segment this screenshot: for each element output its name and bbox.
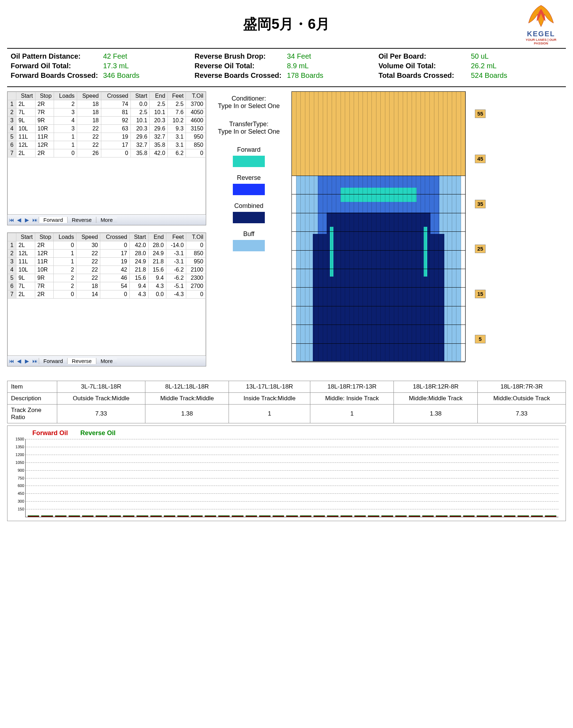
legend-combined-label: Combined xyxy=(213,202,284,210)
bar-forward xyxy=(286,516,298,517)
bar-forward xyxy=(55,516,66,517)
bar-slot xyxy=(164,515,175,517)
nav-last-icon[interactable]: ⏭ xyxy=(31,358,39,364)
title-divider xyxy=(7,48,566,49)
nav-next-icon[interactable]: ▶ xyxy=(23,217,31,223)
y-tick: 450 xyxy=(11,491,24,496)
grid-header xyxy=(8,92,16,100)
bar-forward xyxy=(150,516,162,517)
grid-header: Start xyxy=(16,233,35,241)
bar-slot xyxy=(436,515,447,517)
reverse-grid: StartStopLoadsSpeedCrossedStartEndFeetT.… xyxy=(7,232,206,366)
table-row: 12L2R218740.02.52.53700 xyxy=(8,100,206,108)
bar-forward xyxy=(327,516,338,517)
bar-forward xyxy=(368,516,379,517)
grid-header: T.Oil xyxy=(186,233,205,241)
table-row: 59L9R2224615.69.4-6.22300 xyxy=(8,274,206,282)
grid-header: Start xyxy=(16,92,36,100)
conditioner-label: Conditioner: xyxy=(213,95,284,102)
nav-first-icon[interactable]: ⏮ xyxy=(7,358,15,364)
bar-slot xyxy=(518,515,529,517)
grid-header: Start xyxy=(129,233,148,241)
summary-label: Total Boards Crossed: xyxy=(379,71,471,80)
table-row: 12L2R030042.028.0-14.00 xyxy=(8,241,206,250)
bar-slot xyxy=(232,515,243,517)
bar-forward xyxy=(300,516,311,517)
bar-forward xyxy=(123,516,134,517)
y-tick: 900 xyxy=(11,468,24,472)
bar-forward xyxy=(136,516,148,517)
table-row: 511L11R1221929.632.73.1950 xyxy=(8,133,206,141)
summary-value: 8.9 mL xyxy=(287,62,309,70)
kegel-logo: KEGEL YOUR LANES | OUR PASSION xyxy=(520,4,562,39)
grid-header: Loads xyxy=(54,233,76,241)
bar-slot xyxy=(191,515,202,517)
bar-slot xyxy=(123,515,134,517)
table-row: Track Zone Ratio7.331.38111.387.33 xyxy=(7,405,566,423)
bar-slot xyxy=(55,515,66,517)
tab-reverse[interactable]: Reverse xyxy=(67,217,96,223)
bar-slot xyxy=(136,515,148,517)
ratio-table: Item3L-7L:18L-18R8L-12L:18L-18R13L-17L:1… xyxy=(7,381,566,423)
bar-forward xyxy=(28,516,39,517)
bar-forward xyxy=(259,516,271,517)
transfer-hint[interactable]: Type In or Select One xyxy=(213,128,284,135)
bar-slot xyxy=(41,515,53,517)
nav-last-icon[interactable]: ⏭ xyxy=(31,217,39,223)
bar-forward xyxy=(381,516,393,517)
bar-forward xyxy=(191,516,202,517)
y-tick: 1350 xyxy=(11,445,24,449)
grid-header: End xyxy=(150,92,168,100)
grid-header: Stop xyxy=(35,233,54,241)
bar-slot xyxy=(368,515,379,517)
summary-label: Reverse Oil Total: xyxy=(194,62,287,70)
bar-slot xyxy=(327,515,338,517)
bar-forward xyxy=(518,516,529,517)
bar-slot xyxy=(395,515,407,517)
summary-value: 178 Boards xyxy=(287,71,323,79)
tab-forward[interactable]: Forward xyxy=(39,358,67,364)
bar-forward xyxy=(341,516,352,517)
bar-slot xyxy=(109,515,121,517)
tab-forward[interactable]: Forward xyxy=(39,217,67,223)
bar-slot xyxy=(286,515,298,517)
legend-forward-label: Forward xyxy=(213,146,284,154)
bar-forward xyxy=(354,516,366,517)
lane-tick: 25 xyxy=(475,245,486,253)
lane-tick: 15 xyxy=(475,290,486,298)
lane-tick: 35 xyxy=(475,200,486,208)
bar-slot xyxy=(177,515,189,517)
reverse-grid-nav: ⏮ ◀ ▶ ⏭ Forward Reverse More xyxy=(7,355,206,366)
table-row: 612L12R1221732.735.83.1850 xyxy=(8,141,206,149)
table-row: 39L9R4189210.120.310.24600 xyxy=(8,117,206,125)
bar-forward xyxy=(41,516,53,517)
summary-label: Oil Per Board: xyxy=(379,52,471,60)
bar-forward xyxy=(491,516,502,517)
bar-forward xyxy=(82,516,93,517)
bar-slot xyxy=(531,515,542,517)
grid-header: Stop xyxy=(35,92,54,100)
table-row: 72L2R026035.842.06.20 xyxy=(8,149,206,157)
nav-prev-icon[interactable]: ◀ xyxy=(15,217,23,223)
y-tick: 1500 xyxy=(11,437,24,441)
grid-header: End xyxy=(148,233,166,241)
nav-prev-icon[interactable]: ◀ xyxy=(15,358,23,364)
conditioner-hint[interactable]: Type In or Select One xyxy=(213,102,284,110)
table-row: 72L2R01404.30.0-4.30 xyxy=(8,290,206,299)
nav-next-icon[interactable]: ▶ xyxy=(23,358,31,364)
y-tick: 750 xyxy=(11,476,24,480)
bar-forward xyxy=(218,516,230,517)
tab-reverse[interactable]: Reverse xyxy=(67,358,96,364)
bar-forward xyxy=(395,516,407,517)
bar-forward xyxy=(177,516,189,517)
tab-more[interactable]: More xyxy=(96,217,117,223)
y-tick: 1200 xyxy=(11,453,24,457)
bar-forward xyxy=(450,516,461,517)
nav-first-icon[interactable]: ⏮ xyxy=(7,217,15,223)
table-row: 27L7R318812.510.17.64050 xyxy=(8,108,206,117)
summary-row: Oil Pattern Distance:42 FeetForward Oil … xyxy=(7,52,566,87)
tab-more[interactable]: More xyxy=(96,358,117,364)
bar-forward xyxy=(232,516,243,517)
chart-legend-forward: Forward Oil xyxy=(32,429,68,437)
bar-slot xyxy=(409,515,420,517)
